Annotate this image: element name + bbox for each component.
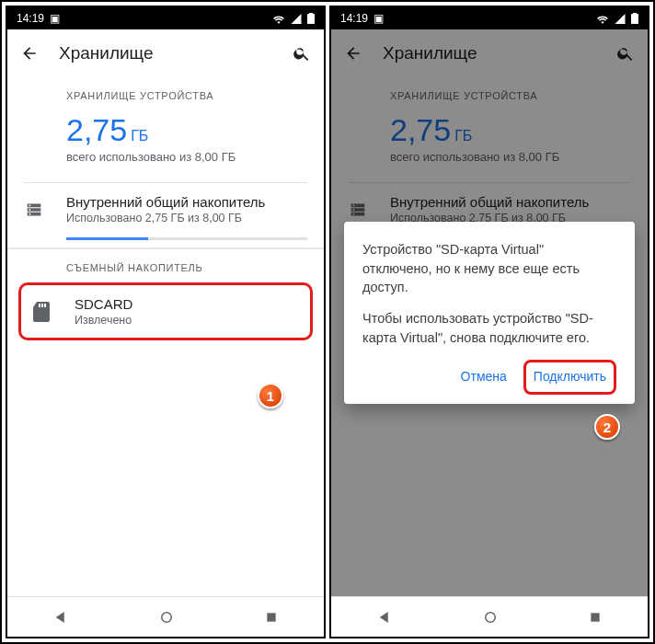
nav-recent[interactable] (588, 610, 603, 625)
highlight-sdcard: SDCARD Извлечено (18, 282, 313, 340)
wifi-icon (272, 14, 285, 24)
battery-icon (307, 13, 315, 24)
dialog: Устройство "SD-карта Virtual" отключено,… (344, 222, 635, 403)
callout-1: 1 (258, 383, 283, 408)
sdcard-title: SDCARD (75, 296, 299, 312)
status-bar: 14:19 ▣ (7, 7, 324, 29)
nav-back[interactable] (52, 609, 69, 626)
dialog-text-2: Чтобы использовать устройство "SD-карта … (362, 309, 616, 347)
sdcard-row[interactable]: SDCARD Извлечено (27, 291, 305, 332)
dialog-scrim: Устройство "SD-карта Virtual" отключено,… (331, 29, 648, 596)
status-time: 14:19 (340, 12, 368, 25)
svg-point-0 (29, 204, 31, 206)
app-bar: Хранилище (7, 29, 324, 77)
svg-point-6 (162, 612, 172, 622)
signal-icon (615, 14, 626, 24)
dev-icon: ▣ (373, 12, 384, 25)
svg-point-1 (29, 209, 31, 211)
status-time: 14:19 (17, 12, 44, 25)
search-button[interactable] (293, 44, 311, 63)
section-device-storage: ХРАНИЛИЩЕ УСТРОЙСТВА (7, 77, 324, 107)
svg-rect-7 (268, 613, 276, 621)
navigation-bar (7, 596, 324, 637)
battery-icon (631, 13, 638, 24)
sdcard-subtitle: Извлечено (75, 314, 299, 327)
svg-point-11 (486, 612, 496, 622)
dialog-cancel-button[interactable]: Отмена (452, 361, 516, 394)
nav-back[interactable] (376, 609, 393, 626)
dev-icon: ▣ (50, 12, 60, 25)
navigation-bar (331, 596, 648, 637)
dialog-text-1: Устройство "SD-карта Virtual" отключено,… (362, 240, 616, 296)
content-area: ХРАНИЛИЩЕ УСТРОЙСТВА 2,75 ГБ всего испол… (7, 77, 324, 596)
callout-2: 2 (594, 414, 620, 440)
signal-icon (291, 14, 302, 24)
internal-storage-row[interactable]: Внутренний общий накопитель Использовано… (7, 183, 324, 234)
storage-unit: ГБ (131, 128, 148, 144)
section-removable: СЪЕМНЫЙ НАКОПИТЕЛЬ (7, 249, 324, 279)
svg-point-2 (29, 213, 31, 214)
phone-left: 14:19 ▣ Хранилище ХРАНИЛИЩЕ УСТРОЙСТВА 2… (6, 6, 326, 638)
page-title: Хранилище (59, 43, 293, 63)
wifi-icon (596, 14, 609, 24)
phone-right: 14:19 ▣ Хранилище ХРАНИЛИЩЕ УСТРОЙСТВА (329, 6, 649, 638)
nav-home[interactable] (158, 609, 175, 626)
svg-rect-12 (592, 613, 600, 621)
storage-total[interactable]: 2,75 ГБ всего использовано из 8,00 ГБ (7, 107, 324, 169)
svg-rect-3 (39, 304, 40, 307)
status-bar: 14:19 ▣ (331, 7, 648, 29)
sdcard-icon (32, 302, 75, 322)
dialog-confirm-button[interactable]: Подключить (523, 360, 616, 395)
nav-home[interactable] (482, 609, 499, 626)
internal-subtitle: Использовано 2,75 ГБ из 8,00 ГБ (66, 212, 307, 224)
svg-rect-4 (41, 304, 43, 307)
back-button[interactable] (20, 44, 39, 63)
storage-icon (24, 200, 66, 220)
internal-title: Внутренний общий накопитель (66, 194, 307, 210)
nav-recent[interactable] (264, 610, 279, 625)
storage-amount: 2,75 (66, 112, 127, 148)
svg-rect-5 (44, 304, 46, 307)
storage-subtitle: всего использовано из 8,00 ГБ (66, 150, 307, 164)
internal-progress (66, 237, 307, 240)
